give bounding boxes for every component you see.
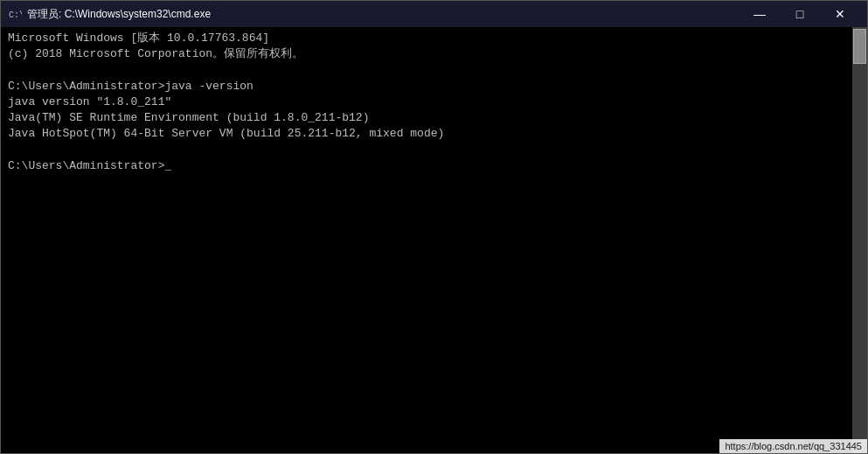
scrollbar[interactable]	[852, 27, 867, 453]
title-bar-text: 管理员: C:\Windows\system32\cmd.exe	[27, 7, 740, 22]
scrollbar-thumb[interactable]	[853, 29, 866, 64]
svg-text:C:\: C:\	[9, 10, 22, 20]
terminal-line: Java(TM) SE Runtime Environment (build 1…	[8, 110, 845, 126]
watermark: https://blog.csdn.net/qq_331445	[719, 439, 867, 453]
watermark-url: https://blog.csdn.net/qq_331445	[725, 441, 862, 451]
terminal-line	[8, 62, 845, 78]
terminal-line: java version "1.8.0_211"	[8, 94, 845, 110]
terminal-line: C:\Users\Administrator>java -version	[8, 79, 845, 94]
cmd-window: C:\ 管理员: C:\Windows\system32\cmd.exe — □…	[0, 0, 868, 454]
terminal-content[interactable]: Microsoft Windows [版本 10.0.17763.864](c)…	[1, 27, 852, 453]
title-bar: C:\ 管理员: C:\Windows\system32\cmd.exe — □…	[1, 1, 867, 27]
terminal-line: (c) 2018 Microsoft Corporation。保留所有权利。	[8, 46, 845, 62]
cmd-icon: C:\	[8, 7, 22, 21]
terminal-line: Microsoft Windows [版本 10.0.17763.864]	[8, 31, 845, 46]
terminal-line: Java HotSpot(TM) 64-Bit Server VM (build…	[8, 126, 845, 142]
title-bar-controls: — □ ✕	[740, 1, 860, 27]
close-button[interactable]: ✕	[820, 1, 860, 27]
terminal-line: C:\Users\Administrator>_	[8, 158, 845, 174]
terminal-wrapper: Microsoft Windows [版本 10.0.17763.864](c)…	[1, 27, 867, 453]
terminal-line	[8, 142, 845, 157]
minimize-button[interactable]: —	[740, 1, 780, 27]
maximize-button[interactable]: □	[780, 1, 820, 27]
